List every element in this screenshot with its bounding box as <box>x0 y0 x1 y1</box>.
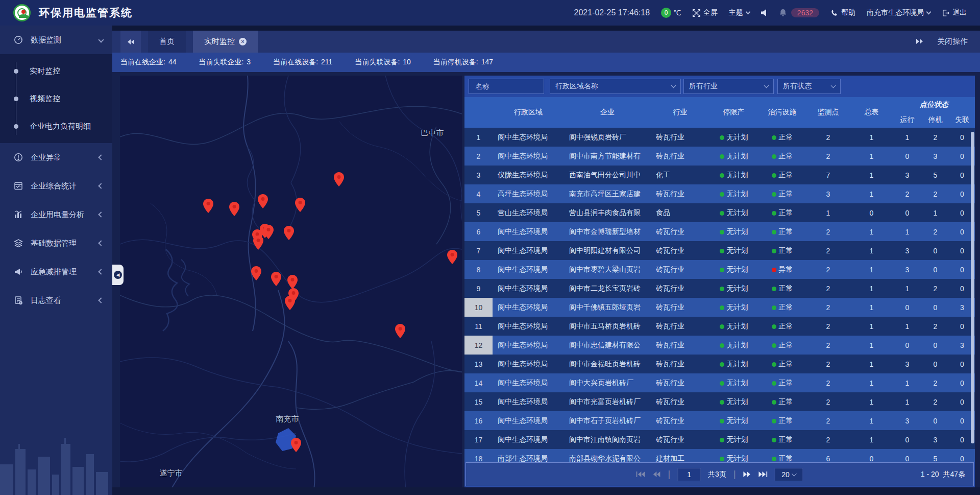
map-pin[interactable] <box>447 250 458 266</box>
table-row[interactable]: 2阆中生态环境局阆中市南方节能建材有砖瓦行业无计划正常21030 <box>464 147 975 166</box>
name-search-input[interactable] <box>474 82 538 91</box>
map-panel[interactable]: 巴中市南充市遂宁市 <box>120 76 462 487</box>
table-row[interactable]: 15阆中生态环境局阆中市光富页岩机砖厂砖瓦行业无计划正常21120 <box>464 392 975 411</box>
temperature-unit: ℃ <box>673 9 681 17</box>
page-size-select[interactable]: 20 <box>775 468 803 481</box>
table-row[interactable]: 14阆中生态环境局阆中大兴页岩机砖厂砖瓦行业无计划正常21120 <box>464 373 975 392</box>
table-row[interactable]: 8阆中生态环境局阆中市枣碧大梁山页岩砖瓦行业无计划异常21300 <box>464 260 975 279</box>
map-pin[interactable] <box>203 199 214 215</box>
sidebar-item-日志查看[interactable]: 日志查看 <box>0 286 112 315</box>
map-pin[interactable] <box>253 235 264 252</box>
close-operations-button[interactable]: 关闭操作 <box>937 37 968 46</box>
status-dot-green <box>772 173 776 178</box>
sidebar-subitem-视频监控[interactable]: 视频监控 <box>0 85 112 112</box>
cell-stop-count: 0 <box>921 355 949 373</box>
table-row[interactable]: 7阆中生态环境局阆中明阳建材有限公司砖瓦行业无计划正常21300 <box>464 241 975 260</box>
stat-item: 当前失联企业:3 <box>199 58 251 67</box>
cell-total-meter: 1 <box>850 355 893 373</box>
table-row[interactable]: 13阆中生态环境局阆中市金福旺页岩机砖砖瓦行业无计划正常21300 <box>464 355 975 373</box>
sidebar-item-应急减排管理[interactable]: 应急减排管理 <box>0 257 112 286</box>
map-pin[interactable] <box>271 272 282 288</box>
map-pin[interactable] <box>258 194 268 210</box>
table-row[interactable]: 11阆中生态环境局阆中市五马桥页岩机砖砖瓦行业无计划正常21120 <box>464 317 975 336</box>
tab-首页[interactable]: 首页 <box>148 31 186 53</box>
notification-bell[interactable] <box>779 9 787 17</box>
map-pin[interactable] <box>291 438 302 454</box>
cell-monitor-points: 2 <box>806 430 850 449</box>
table-row[interactable]: 10阆中生态环境局阆中千佛镇五郎垭页岩砖瓦行业无计划正常21003 <box>464 298 975 317</box>
sidebar-subitem-企业电力负荷明细[interactable]: 企业电力负荷明细 <box>0 112 112 140</box>
page-number-input[interactable]: 1 <box>677 468 701 481</box>
sidebar-collapse-handle[interactable]: ◀ <box>112 265 124 285</box>
tab-实时监控[interactable]: 实时监控× <box>193 31 258 53</box>
industry-select[interactable]: 所有行业 <box>683 79 774 94</box>
cell-stop-count: 3 <box>921 430 949 449</box>
status-dot-green <box>720 457 724 461</box>
cell-limit-status: 无计划 <box>709 298 758 317</box>
alert-icon <box>13 153 23 162</box>
cell-monitor-points: 3 <box>806 184 850 203</box>
sidebar-item-企业异常[interactable]: 企业异常 <box>0 143 112 172</box>
scrollbar-thumb[interactable] <box>971 132 974 443</box>
map-pin[interactable] <box>295 198 306 214</box>
status-select-value: 所有状态 <box>783 82 812 91</box>
tabs-scroll-left-button[interactable] <box>120 31 141 53</box>
first-page-button[interactable] <box>636 471 645 478</box>
table-row[interactable]: 9阆中生态环境局阆中市二龙长宝页岩砖砖瓦行业无计划正常21120 <box>464 279 975 298</box>
map-pin[interactable] <box>334 172 345 188</box>
region-select[interactable]: 行政区域名称 <box>550 79 681 94</box>
table-row[interactable]: 1阆中生态环境局阆中强锐页岩砖厂砖瓦行业无计划正常21120 <box>464 128 975 147</box>
table-row[interactable]: 12阆中生态环境局阆中市忠信建材有限公砖瓦行业无计划正常21003 <box>464 336 975 355</box>
table-row[interactable]: 17阆中生态环境局阆中市江南镇阆南页岩砖瓦行业无计划正常21030 <box>464 430 975 449</box>
tab-label: 实时监控 <box>204 37 235 46</box>
cell-monitor-points: 2 <box>806 317 850 336</box>
map-pin[interactable] <box>251 266 262 282</box>
last-page-button[interactable] <box>758 471 768 478</box>
prev-page-button[interactable] <box>652 471 660 478</box>
table-row[interactable]: 5营山生态环境局营山县润丰肉食品有限食品无计划正常10010 <box>464 203 975 222</box>
stats-bar: 当前在线企业:44当前失联企业:3当前在线设备:211当前失联设备:10当前停机… <box>112 53 980 72</box>
notification-count-badge[interactable]: 2632 <box>791 8 819 17</box>
map-pin[interactable] <box>284 226 295 242</box>
status-dot-green <box>772 135 776 140</box>
table-row[interactable]: 18南部生态环境局南部县砌华水泥有限公建材加工无计划正常60050 <box>464 449 975 462</box>
cell-stop-count: 0 <box>921 411 949 430</box>
cell-facility-status: 正常 <box>758 203 806 222</box>
map-pin[interactable] <box>285 296 296 312</box>
cell-facility-status: 正常 <box>758 355 806 373</box>
cell-stop-count: 1 <box>921 203 949 222</box>
cell-industry: 砖瓦行业 <box>651 128 709 147</box>
map-pin[interactable] <box>229 202 240 218</box>
cell-run-count: 2 <box>893 184 921 203</box>
mute-button[interactable] <box>761 9 768 16</box>
map-pin[interactable] <box>395 324 406 340</box>
table-row[interactable]: 4高坪生态环境局南充市高坪区王家店建砖瓦行业无计划正常31220 <box>464 184 975 203</box>
cell-monitor-points: 6 <box>806 449 850 462</box>
chevron-left-icon <box>98 183 104 188</box>
sidebar-item-数据监测[interactable]: 数据监测 <box>0 26 112 54</box>
cell-industry: 砖瓦行业 <box>651 317 709 336</box>
org-menu[interactable]: 南充市生态环境局 <box>867 8 930 17</box>
table-row[interactable]: 6阆中生态环境局阆中市金博瑞新型墙材砖瓦行业无计划正常21120 <box>464 222 975 241</box>
table-row[interactable]: 3仪陇生态环境局西南油气田分公司川中化工无计划正常71350 <box>464 166 975 184</box>
app-header: 环保用电监管系统 2021-02-25 17:46:18 0 ℃ 全屏 主题 <box>0 0 980 26</box>
sidebar-item-基础数据管理[interactable]: 基础数据管理 <box>0 229 112 257</box>
help-button[interactable]: 帮助 <box>830 8 855 17</box>
sidebar-item-企业用电量分析[interactable]: 企业用电量分析 <box>0 200 112 229</box>
tab-close-icon[interactable]: × <box>239 38 247 45</box>
tabs-scroll-right-button[interactable] <box>916 37 924 46</box>
sidebar-subitem-实时监控[interactable]: 实时监控 <box>0 57 112 85</box>
theme-button[interactable]: 主题 <box>729 8 750 17</box>
next-page-button[interactable] <box>743 471 751 478</box>
cell-run-count: 1 <box>893 317 921 336</box>
cell-region: 仪陇生态环境局 <box>493 166 564 184</box>
fullscreen-button[interactable]: 全屏 <box>693 8 718 17</box>
cell-stop-count: 0 <box>921 298 949 317</box>
row-number: 13 <box>464 355 493 373</box>
table-row[interactable]: 16阆中生态环境局阆中市石子页岩机砖厂砖瓦行业无计划正常21300 <box>464 411 975 430</box>
stat-value: 211 <box>321 58 332 66</box>
logout-button[interactable]: 退出 <box>942 8 967 17</box>
map-pin[interactable] <box>263 225 274 241</box>
status-select[interactable]: 所有状态 <box>777 79 841 94</box>
sidebar-item-企业综合统计[interactable]: 企业综合统计 <box>0 172 112 200</box>
